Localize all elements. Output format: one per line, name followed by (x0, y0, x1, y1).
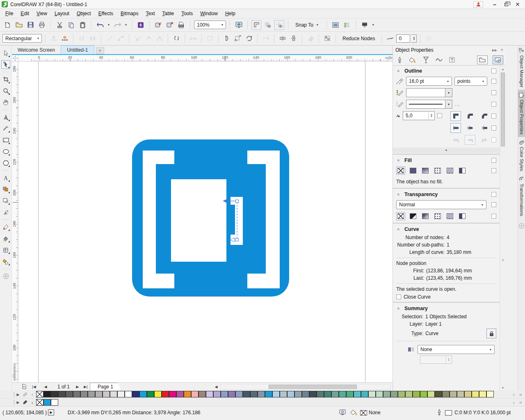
color-swatch[interactable] (199, 391, 206, 397)
color-swatch[interactable] (95, 391, 103, 397)
cusp-node-button[interactable] (132, 34, 142, 43)
collapse-docker-icon[interactable]: ▶▶ (492, 48, 497, 52)
transparency-fountain-button[interactable] (421, 212, 430, 220)
transparency-pattern-button[interactable] (433, 212, 442, 220)
color-eyedropper-tool[interactable] (1, 223, 10, 231)
extract-subpath-button[interactable] (205, 34, 215, 43)
close-curve-button[interactable] (222, 34, 232, 43)
corner-round-button[interactable] (465, 111, 475, 121)
summary-tab-icon[interactable]: ? (448, 56, 456, 64)
miter-limit-checkbox[interactable] (437, 113, 442, 118)
reverse-direction-button[interactable] (171, 34, 181, 43)
menu-item-view[interactable]: View (33, 9, 51, 18)
align-nodes-v-button[interactable] (289, 34, 299, 43)
add-docker-button[interactable] (518, 223, 525, 229)
color-swatch[interactable] (354, 391, 361, 397)
zoom-tool[interactable] (1, 87, 10, 95)
align-nodes-h-button[interactable] (278, 34, 288, 43)
dock-tab-object-manager[interactable]: Object Manager (518, 46, 525, 90)
docker-scroll-up[interactable]: ▲ (500, 66, 506, 72)
next-page-button[interactable]: ▶ (73, 383, 82, 390)
color-swatch[interactable] (147, 391, 154, 397)
join-nodes-button[interactable] (77, 34, 87, 43)
docker-scroll-down[interactable]: ▼ (500, 385, 506, 390)
palette-scroll-right[interactable]: › (511, 399, 517, 406)
outline-style-checkbox[interactable] (491, 102, 496, 107)
curve-smoothness-stepper[interactable]: ▲▼ (411, 34, 417, 43)
launcher-dropdown-icon[interactable]: ▾ (371, 23, 375, 27)
color-swatch[interactable] (176, 391, 184, 397)
select-all-nodes-button[interactable] (322, 34, 332, 43)
color-swatch[interactable] (331, 391, 339, 397)
palette-flyout-button[interactable]: ▶ (16, 399, 21, 406)
reflect-nodes-button[interactable] (261, 34, 271, 43)
outline-style-more[interactable]: ... (455, 101, 460, 107)
palette-eyedropper-icon[interactable] (21, 390, 29, 398)
color-swatch[interactable] (361, 391, 368, 397)
merge-mode-combo[interactable]: Normal▾ (396, 200, 486, 209)
new-tab-button[interactable]: + (96, 47, 104, 54)
color-swatch[interactable] (51, 399, 58, 406)
ellipse-tool[interactable] (1, 147, 10, 156)
ruler-origin-icon[interactable] (12, 55, 18, 62)
workspace-settings-button[interactable] (342, 20, 352, 30)
color-swatch[interactable] (213, 391, 221, 397)
palette-expand-button[interactable]: » (518, 390, 523, 398)
page-1-tab[interactable]: Page 1 (90, 383, 121, 390)
arrow-start-button[interactable] (450, 135, 461, 145)
outline-width-checkbox[interactable] (491, 79, 496, 84)
color-swatch[interactable] (235, 391, 243, 397)
menu-item-layout[interactable]: Layout (51, 9, 73, 18)
docker-scroll-thumb[interactable] (501, 73, 505, 146)
add-tools-button[interactable] (1, 272, 10, 281)
color-swatch[interactable] (324, 391, 331, 397)
collapse-summary-icon[interactable]: « (396, 306, 401, 311)
options-button[interactable] (331, 20, 340, 30)
redo-button[interactable] (112, 20, 122, 30)
color-swatch[interactable] (258, 391, 265, 397)
arrow-none-button[interactable] (465, 135, 475, 145)
scroll-mode-button[interactable] (477, 55, 488, 64)
color-swatch[interactable] (442, 391, 450, 397)
redo-dropdown[interactable]: ▾ (124, 23, 128, 27)
outline-units-combo[interactable]: points▾ (454, 77, 487, 86)
preview-mode-button[interactable] (493, 55, 503, 64)
transparency-tab-icon[interactable] (422, 56, 430, 64)
outline-style-dropdown[interactable]: ▾ (445, 100, 452, 109)
h-scroll-thumb[interactable] (269, 385, 357, 389)
rectangle-tool[interactable] (1, 136, 10, 144)
transparency-none-button[interactable] (396, 212, 405, 220)
transparency-texture-button[interactable] (445, 212, 454, 220)
reduce-nodes-button[interactable]: Reduce Nodes (339, 34, 378, 43)
paste-button[interactable] (78, 20, 87, 30)
tab-welcome-screen[interactable]: Welcome Screen (12, 46, 61, 54)
curve-tab-icon[interactable] (435, 56, 443, 64)
smooth-node-button[interactable] (144, 34, 153, 43)
color-swatch[interactable] (117, 391, 125, 397)
outline-color-dropdown[interactable]: ▾ (445, 88, 452, 97)
color-swatch[interactable] (464, 391, 472, 397)
color-proof-icon[interactable] (339, 409, 346, 415)
menu-item-help[interactable]: Help (221, 9, 239, 18)
selection-mode-combo[interactable]: Rectangular ▾ (2, 34, 42, 43)
palette-scroll-left[interactable]: ‹ (30, 399, 35, 406)
transparency-tool[interactable] (1, 208, 10, 217)
color-swatch[interactable] (80, 391, 88, 397)
color-swatch[interactable] (51, 391, 58, 397)
no-color-swatch[interactable] (36, 399, 43, 406)
color-swatch[interactable] (206, 391, 213, 397)
pick-tool[interactable] (1, 49, 10, 57)
h-scroll-left-button[interactable]: ◀ (213, 383, 219, 390)
show-guidelines-button[interactable] (274, 20, 284, 30)
tab-untitled-1[interactable]: Untitled-1 (61, 46, 94, 54)
color-swatch[interactable] (390, 391, 398, 397)
outline-style-combo[interactable]: ▾ (406, 100, 452, 109)
color-swatch[interactable] (73, 391, 80, 397)
interactive-fill-tool[interactable] (1, 234, 10, 243)
docker-splitter-grip[interactable]: ≡ (500, 258, 506, 262)
outline-status-icon[interactable] (437, 409, 442, 415)
dock-tab-color-styles[interactable]: Color Styles (518, 137, 525, 173)
color-swatch[interactable] (88, 391, 95, 397)
show-grid-button[interactable] (263, 20, 273, 30)
export-button[interactable] (165, 20, 175, 30)
